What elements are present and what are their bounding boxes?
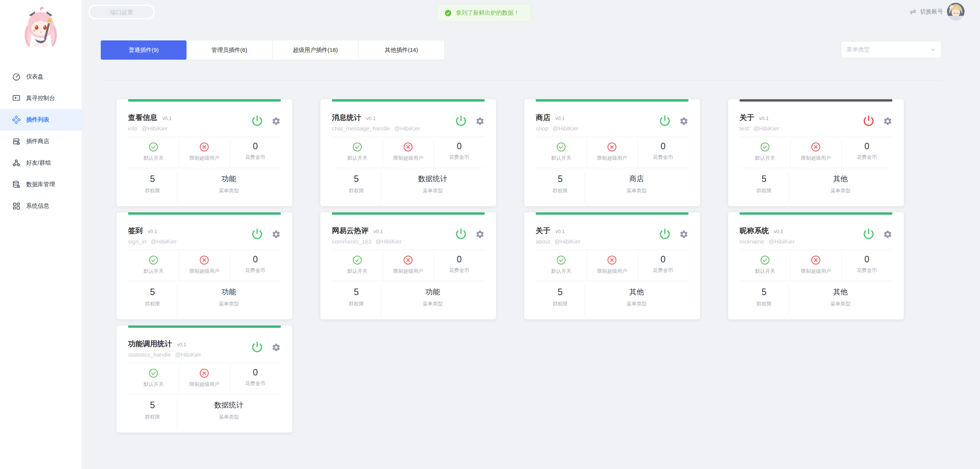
plugin-card: 消息统计 v0.1 chat_message_handle @HibiKier	[320, 99, 496, 206]
menu-type-select[interactable]: 菜单类型	[841, 41, 942, 58]
sidebar-item-friends-groups[interactable]: 好友/群组	[0, 152, 82, 174]
sidebar-item-label: 真寻控制台	[26, 95, 55, 102]
sidebar-item-plugin-store[interactable]: 插件商店	[0, 130, 82, 152]
sidebar-item-console[interactable]: 真寻控制台	[0, 87, 82, 109]
default-switch-label: 默认开关	[755, 155, 775, 162]
card-stats-row2: 5 群权限 数据统计 菜单类型	[117, 394, 292, 432]
tab-1[interactable]: 普通插件(9)	[101, 40, 187, 60]
cost-gold-label: 花费金币	[245, 380, 265, 387]
power-toggle-icon[interactable]	[251, 115, 263, 127]
group-perm-value: 5	[150, 287, 155, 297]
group-perm-value: 5	[354, 174, 359, 184]
settings-gear-icon[interactable]	[679, 230, 688, 239]
menu-type-value: 数据统计	[214, 400, 243, 410]
plugin-title: 商店	[536, 113, 550, 122]
card-stats-row2: 5 群权限 其他 菜单类型	[524, 281, 700, 319]
settings-gear-icon[interactable]	[272, 117, 281, 126]
power-toggle-icon[interactable]	[251, 228, 263, 240]
plugin-module-name: comments_163	[332, 238, 372, 245]
switch-account-button[interactable]: 切换账号	[920, 8, 943, 15]
check-circle-icon	[352, 255, 362, 265]
sidebar-item-label: 插件列表	[26, 116, 49, 124]
plugin-author: @HibiKier	[753, 125, 779, 132]
sidebar-item-plugin-list[interactable]: 插件列表	[0, 109, 82, 130]
sidebar-item-database[interactable]: 数据库管理	[0, 174, 82, 195]
card-header: 查看信息 v0.1 info @HibiKier	[117, 102, 292, 132]
menu-type-value: 功能	[425, 287, 440, 297]
plugin-version: v0.1	[774, 229, 783, 234]
plugin-version: v0.1	[177, 342, 187, 347]
plugin-version: v0.1	[373, 229, 383, 234]
limit-superuser-label: 限制超级用户	[597, 155, 627, 162]
sidebar-item-label: 插件商店	[26, 138, 49, 145]
settings-gear-icon[interactable]	[883, 117, 892, 126]
card-stats-row: 默认开关 限制超级用户 0 花费金币	[117, 363, 292, 394]
menu-type-label: 菜单类型	[627, 300, 647, 307]
user-avatar[interactable]	[947, 3, 965, 20]
plugin-author: @HibiKier	[394, 125, 420, 132]
group-perm-value: 5	[150, 174, 155, 184]
chevron-down-icon	[930, 47, 936, 52]
tab-label: 普通插件(9)	[128, 47, 158, 54]
x-circle-icon	[199, 255, 209, 265]
menu-type-label: 菜单类型	[219, 414, 239, 421]
plugin-title: 签到	[128, 226, 143, 235]
plugin-card: 签到 v0.1 sign_in @HibiKier	[117, 212, 292, 319]
plugin-author: @HibiKier	[555, 238, 581, 245]
default-switch-label: 默认开关	[551, 268, 571, 275]
card-stats-row2: 5 群权限 其他 菜单类型	[728, 168, 904, 206]
menu-type-value: 其他	[833, 287, 848, 297]
x-circle-icon	[403, 142, 413, 152]
tab-label: 其他插件(14)	[385, 47, 418, 54]
settings-gear-icon[interactable]	[272, 230, 281, 239]
default-switch-label: 默认开关	[347, 155, 367, 162]
settings-gear-icon[interactable]	[272, 343, 281, 352]
limit-superuser-label: 限制超级用户	[801, 268, 831, 275]
power-toggle-icon[interactable]	[862, 115, 875, 127]
tab-3[interactable]: 超级用户插件(18)	[272, 40, 358, 60]
card-header: 网易云热评 v0.1 comments_163 @HibiKier	[320, 215, 496, 245]
gauge-icon	[12, 72, 21, 81]
group-perm-label: 群权限	[349, 300, 364, 307]
tab-4[interactable]: 其他插件(14)	[358, 40, 444, 60]
plugins-icon	[12, 115, 21, 124]
x-circle-icon	[199, 142, 209, 152]
x-circle-icon	[811, 142, 821, 152]
settings-gear-icon[interactable]	[679, 117, 688, 126]
settings-gear-icon[interactable]	[475, 117, 485, 126]
settings-gear-icon[interactable]	[475, 230, 485, 239]
plugin-title: 网易云热评	[332, 226, 368, 235]
power-toggle-icon[interactable]	[862, 228, 875, 240]
group-perm-value: 5	[354, 287, 359, 297]
card-header: 昵称系统 v0.1 nickname @HibiKier	[728, 215, 904, 245]
cost-gold-value: 0	[253, 367, 258, 377]
group-perm-value: 5	[558, 174, 563, 184]
plugin-card: 昵称系统 v0.1 nickname @HibiKier	[728, 212, 904, 319]
plugin-author: @HibiKier	[553, 125, 579, 132]
sidebar-item-dashboard[interactable]: 仪表盘	[0, 66, 82, 87]
sidebar-item-label: 系统信息	[26, 202, 49, 210]
port-settings-input[interactable]	[88, 5, 155, 19]
check-circle-icon	[352, 142, 362, 152]
settings-gear-icon[interactable]	[883, 230, 892, 239]
card-stats-row2: 5 群权限 功能 菜单类型	[117, 281, 292, 319]
x-circle-icon	[811, 255, 821, 265]
database-icon	[12, 180, 21, 189]
power-toggle-icon[interactable]	[455, 228, 467, 240]
power-toggle-icon[interactable]	[658, 115, 671, 127]
tab-2[interactable]: 管理员插件(6)	[187, 40, 272, 60]
power-toggle-icon[interactable]	[251, 341, 263, 354]
x-circle-icon	[403, 255, 413, 265]
default-switch-label: 默认开关	[143, 268, 163, 275]
card-header: 商店 v0.1 shop @HibiKier	[524, 102, 700, 132]
menu-type-label: 菜单类型	[830, 187, 850, 194]
swap-arrows-icon: ⇌	[910, 8, 916, 15]
menu-type-value: 商店	[629, 174, 644, 184]
plugin-version: v0.1	[366, 115, 376, 121]
power-toggle-icon[interactable]	[658, 228, 671, 240]
card-stats-row: 默认开关 限制超级用户 0 花费金币	[320, 250, 496, 281]
sidebar-item-label: 数据库管理	[26, 181, 55, 188]
sidebar-item-system-info[interactable]: 系统信息	[0, 195, 82, 217]
card-stats-row2: 5 群权限 功能 菜单类型	[320, 281, 496, 319]
power-toggle-icon[interactable]	[455, 115, 467, 127]
